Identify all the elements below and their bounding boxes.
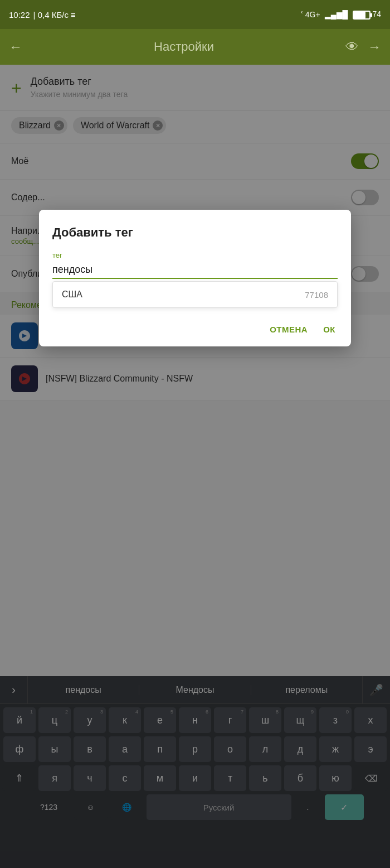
status-right: ʿ︎ 4G+ ▂▄▆█ 74 <box>301 9 381 19</box>
battery-level: 74 <box>372 9 381 18</box>
back-button[interactable]: ← <box>9 39 22 55</box>
bluetooth-icon: ʿ︎ 4G+ <box>301 10 320 19</box>
cancel-button[interactable]: ОТМЕНА <box>267 321 310 337</box>
autocomplete-text: США <box>62 290 82 300</box>
autocomplete-dropdown: США 77108 <box>52 281 338 308</box>
modal-overlay <box>0 65 390 868</box>
signal-bars: ▂▄▆█ <box>325 10 348 19</box>
app-bar: ← Настройки 👁 → <box>0 29 390 65</box>
dialog-field-label: тег <box>52 251 338 259</box>
eye-icon[interactable]: 👁 <box>345 39 359 55</box>
dialog-title: Добавить тег <box>52 225 338 240</box>
page-title: Настройки <box>154 40 214 54</box>
autocomplete-count: 77108 <box>305 290 328 300</box>
status-bar: 10:22 | 0,4 КБ/с ≡ ʿ︎ 4G+ ▂▄▆█ 74 <box>0 0 390 29</box>
dialog-tag-input[interactable] <box>52 262 338 279</box>
network-speed: | 0,4 КБ/с ≡ <box>33 10 76 20</box>
forward-button[interactable]: → <box>368 39 381 55</box>
status-left: 10:22 | 0,4 КБ/с ≡ <box>9 10 76 20</box>
autocomplete-item-usa[interactable]: США 77108 <box>53 282 337 307</box>
time: 10:22 <box>9 10 30 20</box>
dialog-actions: ОТМЕНА ОК <box>52 317 338 337</box>
battery-container: 74 <box>353 9 381 19</box>
ok-button[interactable]: ОК <box>321 321 338 337</box>
battery-icon <box>353 11 370 20</box>
add-tag-dialog: Добавить тег тег США 77108 ОТМЕНА ОК <box>39 210 351 346</box>
